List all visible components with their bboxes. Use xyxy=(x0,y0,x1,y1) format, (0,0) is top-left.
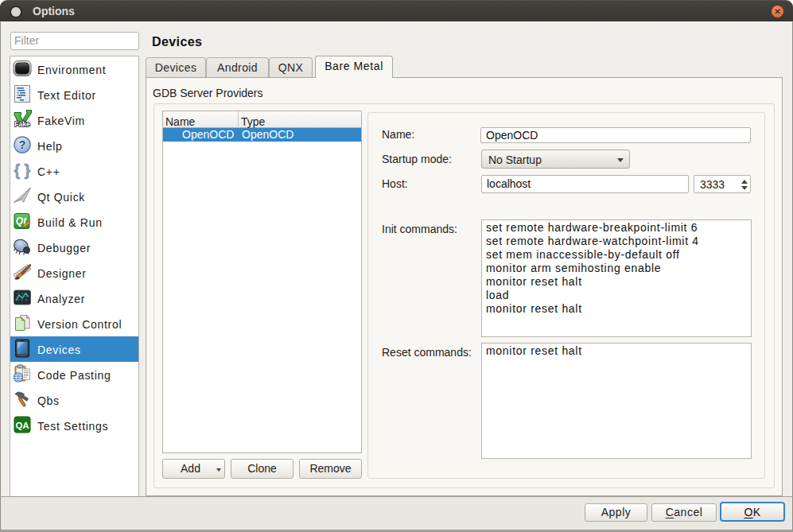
svg-text:Fake: Fake xyxy=(14,120,30,128)
svg-text:{: { xyxy=(14,161,21,179)
svg-text:?: ? xyxy=(19,138,26,151)
svg-text:QA: QA xyxy=(15,421,29,430)
svg-text:}: } xyxy=(25,161,31,179)
